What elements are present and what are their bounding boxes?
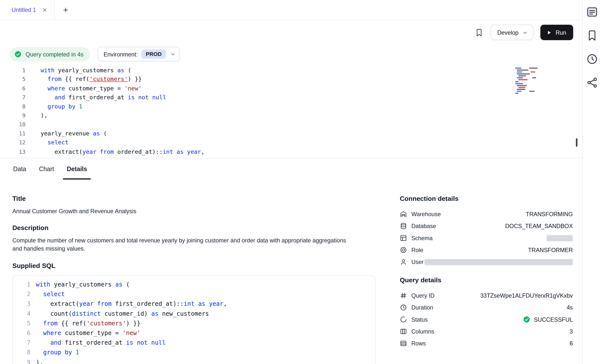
detail-value: SUCCESSFUL <box>523 316 573 323</box>
detail-value: 3 <box>570 328 573 335</box>
detail-row: Schema <box>400 232 573 244</box>
code-text: extract(year from first_ordered_at)::int… <box>36 299 227 309</box>
environment-selector[interactable]: Environment: PROD <box>98 47 180 61</box>
line-number: 4 <box>19 309 30 319</box>
detail-row: Rows6 <box>400 338 573 349</box>
code-text: yearly_revenue as ( <box>41 129 107 138</box>
environment-label: Environment: <box>104 51 138 57</box>
develop-label: Develop <box>497 29 519 36</box>
bookmark-button[interactable] <box>475 28 484 37</box>
code-text: ), <box>41 111 48 120</box>
detail-label: Query ID <box>411 292 435 299</box>
line-number: 7 <box>0 93 26 102</box>
code-line: 7 and first_ordered_at is not null <box>19 338 375 348</box>
code-line: 6 where customer_type = 'new' <box>0 84 582 93</box>
query-rows: Query ID33TZseWpe1ALFDUYerxR1gVKxbvDurat… <box>400 289 573 349</box>
code-text: where customer_type = 'new' <box>36 329 140 338</box>
description-value: Compute the number of new customers and … <box>12 236 348 252</box>
code-text: select <box>36 290 65 299</box>
lineage-button[interactable] <box>586 77 598 89</box>
redacted-value <box>546 235 573 241</box>
line-number: 6 <box>19 329 30 338</box>
tab-data[interactable]: Data <box>9 158 30 180</box>
check-circle-icon <box>14 50 22 58</box>
close-icon[interactable] <box>42 7 48 13</box>
tab-untitled-1[interactable]: Untitled 1 <box>0 0 55 20</box>
warehouse-icon <box>400 210 407 218</box>
detail-row: StatusSUCCESSFUL <box>400 313 573 325</box>
description-heading: Description <box>12 224 376 232</box>
detail-value: 6 <box>570 340 573 347</box>
query-status-text: Query completed in 4s <box>26 51 83 57</box>
code-text: count(distinct customer_id) as new_custo… <box>36 309 209 319</box>
editor-minimap[interactable] <box>515 68 546 95</box>
environment-value: PROD <box>141 50 166 59</box>
tab-chart[interactable]: Chart <box>35 158 58 180</box>
history-button[interactable] <box>586 53 598 65</box>
detail-value: DOCS_TEAM_SANDBOX <box>505 223 573 230</box>
detail-label: Duration <box>411 304 433 311</box>
query-list-icon <box>586 6 598 18</box>
sql-editor[interactable]: 1with yearly_customers as (5 from {{ ref… <box>0 63 582 158</box>
code-line: 5 from {{ ref('customers') }} <box>19 319 375 328</box>
line-number: 5 <box>0 75 26 84</box>
new-tab-button[interactable] <box>55 0 77 20</box>
code-text: with yearly_customers as ( <box>41 66 131 75</box>
main-area: Untitled 1 Develop Run Query c <box>0 0 582 364</box>
bookmark-button[interactable] <box>586 29 598 42</box>
code-line: 7 and first_ordered_at is not null <box>0 93 582 102</box>
line-number: 8 <box>0 102 26 111</box>
detail-label: Schema <box>411 235 433 241</box>
editor-code: 1with yearly_customers as (5 from {{ ref… <box>0 66 582 156</box>
columns-icon <box>400 328 407 335</box>
chevron-down-icon <box>522 29 528 35</box>
line-number: 2 <box>19 290 30 299</box>
code-text: group by 1 <box>36 348 79 358</box>
role-icon <box>400 246 407 254</box>
status-icon <box>400 316 407 323</box>
code-line: 1with yearly_customers as ( <box>0 66 582 75</box>
supplied-sql-heading: Supplied SQL <box>12 262 376 270</box>
run-button[interactable]: Run <box>541 25 573 40</box>
detail-label: Rows <box>411 340 426 347</box>
detail-value: 4s <box>567 304 573 311</box>
detail-label: Columns <box>411 328 434 335</box>
line-number: 5 <box>19 319 30 328</box>
tab-label: Untitled 1 <box>12 7 36 13</box>
supplied-sql-code: 1with yearly_customers as (2 select3 ext… <box>12 275 376 364</box>
status-row: Query completed in 4s Environment: PROD <box>0 45 582 63</box>
editor-scrollbar[interactable] <box>576 138 577 147</box>
line-number: 10 <box>0 120 26 129</box>
code-line: 8 group by 1 <box>19 348 375 358</box>
tab-details[interactable]: Details <box>63 158 91 180</box>
detail-value <box>424 259 573 265</box>
code-line: 6 where customer_type = 'new' <box>19 329 375 338</box>
code-line: 9), <box>19 358 375 364</box>
detail-row: WarehouseTRANSFORMING <box>400 208 573 220</box>
code-text: and first_ordered_at is not null <box>41 93 166 102</box>
detail-label: Warehouse <box>411 211 441 217</box>
run-label: Run <box>556 29 566 36</box>
line-number: 1 <box>19 280 30 289</box>
detail-value: 33TZseWpe1ALFDUYerxR1gVKxbv <box>480 292 573 299</box>
result-tabs: DataChartDetails <box>0 158 582 180</box>
code-text: from {{ ref('customers') }} <box>41 75 142 84</box>
line-number: 6 <box>0 84 26 93</box>
develop-dropdown[interactable]: Develop <box>491 25 534 40</box>
line-number: 3 <box>19 299 30 309</box>
detail-value: TRANSFORMER <box>528 247 573 253</box>
check-circle-icon <box>523 316 530 323</box>
details-right-column: Connection details WarehouseTRANSFORMING… <box>400 195 573 364</box>
user-icon <box>400 258 407 266</box>
app: Untitled 1 Develop Run Query c <box>0 0 601 364</box>
title-value: Annual Customer Growth and Revenue Analy… <box>12 207 376 215</box>
detail-label: User <box>411 259 423 265</box>
query-list-button[interactable] <box>586 6 598 18</box>
code-line: 10 <box>0 120 582 129</box>
detail-value <box>546 235 573 241</box>
line-number: 7 <box>19 338 30 348</box>
code-line: 12 select <box>0 138 582 147</box>
title-heading: Title <box>12 195 376 203</box>
history-icon <box>586 53 598 65</box>
detail-label: Role <box>411 247 423 253</box>
